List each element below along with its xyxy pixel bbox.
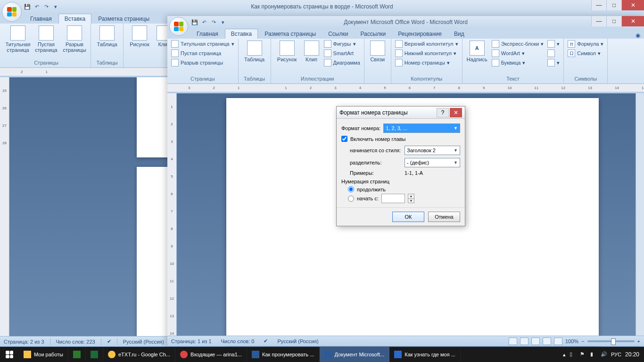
network-icon[interactable]: ▮ (590, 351, 597, 358)
ok-button[interactable]: ОК (392, 212, 424, 222)
office-button[interactable] (169, 17, 188, 36)
maximize-button[interactable]: □ (606, 0, 621, 10)
signature-button[interactable]: ▾ (546, 40, 561, 48)
zoom-percent[interactable]: 100% (565, 338, 578, 344)
minimize-button[interactable]: — (591, 0, 606, 10)
page-break-button[interactable]: Разрыв страницы (61, 25, 88, 54)
table-button[interactable]: Таблица (241, 40, 268, 63)
tab-home[interactable]: Главная (191, 29, 224, 39)
maximize-button[interactable]: □ (606, 16, 621, 26)
dialog-help-button[interactable]: ? (437, 108, 449, 117)
picture-button[interactable]: Рисунок (274, 40, 300, 63)
view-print-button[interactable] (509, 337, 517, 345)
symbol-button[interactable]: ΩСимвол ▾ (567, 49, 602, 58)
status-lang[interactable]: Русский (Россия) (277, 338, 318, 344)
header-button[interactable]: Верхний колонтитул ▾ (394, 40, 459, 48)
cancel-button[interactable]: Отмена (428, 212, 460, 222)
ruler-vertical[interactable]: 12345678910111213141516 (167, 93, 177, 336)
zoom-out-button[interactable]: − (581, 338, 584, 344)
ruler-horizontal[interactable]: 3211234567891011121314151617 (167, 84, 644, 92)
dialog-close-button[interactable]: ✕ (450, 108, 462, 117)
quickparts-button[interactable]: Экспресс-блоки ▾ (491, 40, 545, 48)
volume-icon[interactable]: 🔊 (601, 351, 607, 358)
status-words[interactable]: Число слов: 0 (221, 338, 255, 344)
taskbar-item[interactable]: Как узнать где моя ... (389, 347, 461, 362)
close-button[interactable]: ✕ (621, 0, 644, 10)
clock[interactable]: 20:20 (625, 351, 639, 358)
view-outline-button[interactable] (543, 337, 551, 345)
tab-layout[interactable]: Разметка страницы (92, 14, 155, 24)
dialog-titlebar[interactable]: Формат номера страницы ? ✕ (337, 107, 465, 119)
qat-more-icon[interactable]: ▾ (52, 3, 59, 10)
tray-chevron-icon[interactable]: ▴ (563, 352, 566, 358)
start-at-radio[interactable] (348, 196, 354, 202)
picture-button[interactable]: Рисунок (126, 25, 153, 48)
taskbar-item[interactable]: Документ Microsoft... (320, 347, 390, 362)
start-at-input[interactable] (381, 194, 405, 203)
minimize-button[interactable]: — (591, 16, 606, 26)
tab-review[interactable]: Рецензирование (392, 29, 447, 39)
office-button[interactable] (2, 2, 22, 22)
table-button[interactable]: Таблица (94, 25, 120, 48)
shapes-button[interactable]: Фигуры ▾ (323, 40, 361, 48)
status-words[interactable]: Число слов: 223 (56, 339, 95, 345)
view-web-button[interactable] (531, 337, 540, 345)
spellcheck-icon[interactable]: ✔ (264, 338, 268, 344)
dropcap-button[interactable]: Буквица ▾ (491, 58, 545, 67)
starts-style-select[interactable]: Заголовок 2▼ (405, 146, 460, 155)
help-icon[interactable]: ◉ (632, 32, 644, 39)
taskbar-item[interactable]: Мои работы (19, 347, 68, 362)
number-format-select[interactable]: 1, 2, 3, ...▼ (383, 123, 460, 133)
scrollbar-vertical[interactable] (636, 93, 644, 336)
footer-button[interactable]: Нижний колонтитул ▾ (394, 49, 457, 58)
undo-icon[interactable]: ↶ (200, 18, 208, 26)
blank-page-button[interactable]: Пустая страница (170, 49, 222, 58)
status-page[interactable]: Страница: 2 из 3 (4, 339, 44, 345)
page-number-button[interactable]: Номер страницы ▾ (394, 58, 451, 67)
tab-refs[interactable]: Ссылки (322, 29, 354, 39)
tab-layout[interactable]: Разметка страницы (259, 29, 322, 39)
undo-icon[interactable]: ↶ (33, 3, 41, 10)
links-button[interactable]: Связи (367, 40, 388, 63)
start-at-spinner[interactable]: ▲▼ (408, 194, 414, 203)
redo-icon[interactable]: ↷ (210, 18, 217, 26)
input-lang[interactable]: РУС (611, 352, 621, 357)
zoom-in-button[interactable]: + (637, 338, 640, 344)
taskbar-item[interactable] (68, 347, 86, 362)
save-icon[interactable]: 💾 (24, 3, 31, 10)
tray-icon[interactable]: ▯ (570, 351, 576, 358)
include-chapter-checkbox[interactable] (341, 136, 347, 142)
spellcheck-icon[interactable]: ✔ (107, 338, 111, 345)
taskbar-item[interactable] (86, 347, 103, 362)
blank-page-button[interactable]: Пустая страница (33, 25, 59, 54)
tab-home[interactable]: Главная (25, 14, 58, 24)
textbox-button[interactable]: AНадпись (465, 40, 489, 63)
close-button[interactable]: ✕ (621, 16, 644, 26)
separator-select[interactable]: - (дефис)▼ (405, 158, 460, 167)
qat-more-icon[interactable]: ▾ (219, 18, 227, 26)
ruler-vertical[interactable]: 25262728 (0, 77, 9, 336)
start-button[interactable] (0, 347, 19, 362)
continue-radio[interactable] (348, 186, 354, 192)
tab-insert[interactable]: Вставка (58, 14, 92, 24)
chart-button[interactable]: Диаграмма (323, 58, 361, 67)
wordart-button[interactable]: WordArt ▾ (491, 49, 545, 58)
equation-button[interactable]: πФормула ▾ (567, 40, 604, 48)
taskbar-item[interactable]: Как пронумеровать ... (247, 347, 320, 362)
cover-page-button[interactable]: Титульная страница (5, 25, 31, 54)
tab-view[interactable]: Вид (448, 29, 470, 39)
datetime-button[interactable] (546, 49, 561, 58)
status-page[interactable]: Страница: 1 из 1 (171, 338, 212, 344)
page-break-button[interactable]: Разрыв страницы (170, 58, 224, 67)
taskbar-item[interactable]: eTXT.ru - Google Ch... (103, 347, 175, 362)
cover-page-button[interactable]: Титульная страница ▾ (170, 40, 235, 48)
view-draft-button[interactable] (554, 337, 562, 345)
taskbar-item[interactable]: Входящие — arina1... (175, 347, 247, 362)
smartart-button[interactable]: SmartArt (323, 49, 361, 58)
redo-icon[interactable]: ↷ (42, 3, 50, 10)
object-button[interactable]: ▾ (546, 58, 561, 67)
view-reading-button[interactable] (520, 337, 528, 345)
tray-icon[interactable]: ⚑ (580, 351, 586, 358)
tab-insert[interactable]: Вставка (225, 29, 258, 39)
clipart-button[interactable]: Клип (302, 40, 321, 63)
